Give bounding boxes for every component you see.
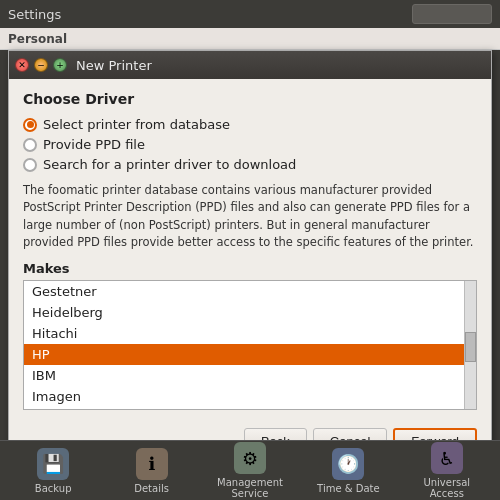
list-item-imagen[interactable]: Imagen [24,386,476,407]
backup-icon: 💾 [37,448,69,480]
personal-bar: Personal [0,28,500,50]
taskbar-label-details: Details [134,483,169,494]
app-title: Settings [8,7,61,22]
dialog-titlebar: ✕ − + New Printer [9,51,491,79]
radio-label-download: Search for a printer driver to download [43,157,296,172]
taskbar-label-timedate: Time & Date [317,483,380,494]
radio-label-ppd: Provide PPD file [43,137,145,152]
taskbar-item-management[interactable]: ⚙ ManagementService [210,442,290,499]
taskbar: 💾 Backup ℹ Details ⚙ ManagementService 🕐… [0,440,500,500]
radio-select-database[interactable]: Select printer from database [23,117,477,132]
radio-label-db: Select printer from database [43,117,230,132]
details-icon: ℹ [136,448,168,480]
taskbar-label-backup: Backup [35,483,72,494]
new-printer-dialog: ✕ − + New Printer Choose Driver Select p… [8,50,492,466]
list-item-hitachi[interactable]: Hitachi [24,323,476,344]
close-button[interactable]: ✕ [15,58,29,72]
radio-search-driver[interactable]: Search for a printer driver to download [23,157,477,172]
list-scrollbar[interactable] [464,281,476,409]
taskbar-label-universal: UniversalAccess [423,477,470,499]
timedate-icon: 🕐 [332,448,364,480]
makes-label: Makes [23,261,477,276]
list-item-gestetner[interactable]: Gestetner [24,281,476,302]
list-item-hp[interactable]: HP [24,344,476,365]
taskbar-item-details[interactable]: ℹ Details [112,448,192,494]
taskbar-item-backup[interactable]: 💾 Backup [13,448,93,494]
minimize-button[interactable]: − [34,58,48,72]
list-item-ibm[interactable]: IBM [24,365,476,386]
section-title: Choose Driver [23,91,477,107]
dialog-content: Choose Driver Select printer from databa… [9,79,491,420]
taskbar-item-timedate[interactable]: 🕐 Time & Date [308,448,388,494]
top-bar: Settings [0,0,500,28]
search-input[interactable] [412,4,492,24]
description-text: The foomatic printer database contains v… [23,182,477,251]
personal-label: Personal [8,32,67,46]
makes-list[interactable]: Gestetner Heidelberg Hitachi HP IBM Imag… [23,280,477,410]
dialog-title: New Printer [76,58,152,73]
radio-circle-download [23,158,37,172]
management-icon: ⚙ [234,442,266,474]
radio-circle-ppd [23,138,37,152]
list-item-imagistics[interactable]: Imagistics [24,407,476,410]
taskbar-label-management: ManagementService [217,477,283,499]
universal-icon: ♿ [431,442,463,474]
radio-group: Select printer from database Provide PPD… [23,117,477,172]
radio-circle-db [23,118,37,132]
taskbar-item-universal[interactable]: ♿ UniversalAccess [407,442,487,499]
list-item-heidelberg[interactable]: Heidelberg [24,302,476,323]
radio-provide-ppd[interactable]: Provide PPD file [23,137,477,152]
maximize-button[interactable]: + [53,58,67,72]
scrollbar-thumb[interactable] [465,332,476,362]
